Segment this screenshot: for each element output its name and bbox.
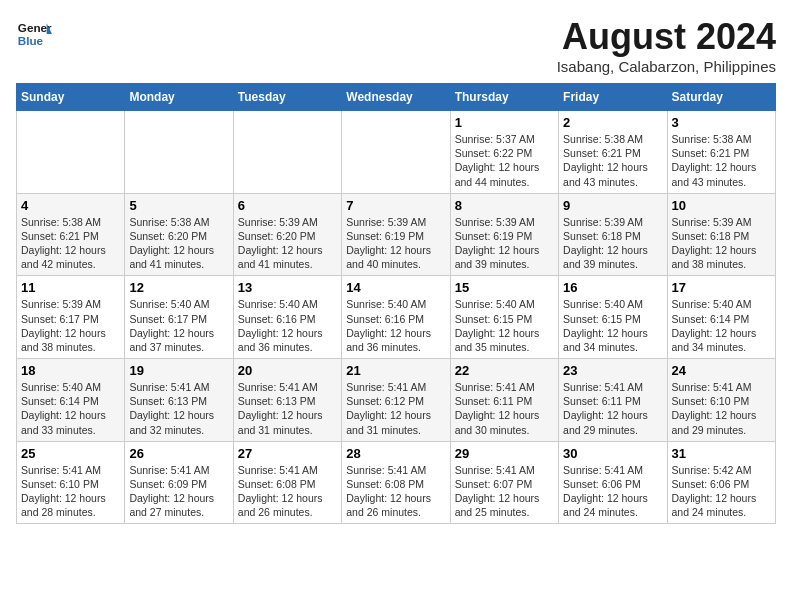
day-info: Sunrise: 5:37 AM Sunset: 6:22 PM Dayligh… [455, 132, 554, 189]
day-info: Sunrise: 5:39 AM Sunset: 6:20 PM Dayligh… [238, 215, 337, 272]
calendar-cell: 11Sunrise: 5:39 AM Sunset: 6:17 PM Dayli… [17, 276, 125, 359]
calendar-cell: 22Sunrise: 5:41 AM Sunset: 6:11 PM Dayli… [450, 359, 558, 442]
calendar-cell: 10Sunrise: 5:39 AM Sunset: 6:18 PM Dayli… [667, 193, 775, 276]
day-number: 4 [21, 198, 120, 213]
day-number: 9 [563, 198, 662, 213]
day-info: Sunrise: 5:39 AM Sunset: 6:18 PM Dayligh… [672, 215, 771, 272]
day-number: 30 [563, 446, 662, 461]
calendar-cell: 26Sunrise: 5:41 AM Sunset: 6:09 PM Dayli… [125, 441, 233, 524]
day-number: 26 [129, 446, 228, 461]
day-number: 17 [672, 280, 771, 295]
calendar-header-tuesday: Tuesday [233, 84, 341, 111]
calendar-cell: 28Sunrise: 5:41 AM Sunset: 6:08 PM Dayli… [342, 441, 450, 524]
calendar-cell: 20Sunrise: 5:41 AM Sunset: 6:13 PM Dayli… [233, 359, 341, 442]
calendar-header-saturday: Saturday [667, 84, 775, 111]
day-number: 27 [238, 446, 337, 461]
calendar-cell: 31Sunrise: 5:42 AM Sunset: 6:06 PM Dayli… [667, 441, 775, 524]
calendar-cell: 21Sunrise: 5:41 AM Sunset: 6:12 PM Dayli… [342, 359, 450, 442]
day-info: Sunrise: 5:41 AM Sunset: 6:10 PM Dayligh… [672, 380, 771, 437]
main-title: August 2024 [557, 16, 776, 58]
calendar-cell: 13Sunrise: 5:40 AM Sunset: 6:16 PM Dayli… [233, 276, 341, 359]
calendar-cell: 14Sunrise: 5:40 AM Sunset: 6:16 PM Dayli… [342, 276, 450, 359]
calendar-cell: 18Sunrise: 5:40 AM Sunset: 6:14 PM Dayli… [17, 359, 125, 442]
calendar-cell: 16Sunrise: 5:40 AM Sunset: 6:15 PM Dayli… [559, 276, 667, 359]
day-info: Sunrise: 5:40 AM Sunset: 6:14 PM Dayligh… [672, 297, 771, 354]
calendar-header-monday: Monday [125, 84, 233, 111]
day-number: 22 [455, 363, 554, 378]
day-info: Sunrise: 5:40 AM Sunset: 6:15 PM Dayligh… [563, 297, 662, 354]
calendar-table: SundayMondayTuesdayWednesdayThursdayFrid… [16, 83, 776, 524]
day-number: 29 [455, 446, 554, 461]
calendar-week-2: 4Sunrise: 5:38 AM Sunset: 6:21 PM Daylig… [17, 193, 776, 276]
day-number: 21 [346, 363, 445, 378]
calendar-week-5: 25Sunrise: 5:41 AM Sunset: 6:10 PM Dayli… [17, 441, 776, 524]
day-number: 2 [563, 115, 662, 130]
day-info: Sunrise: 5:39 AM Sunset: 6:18 PM Dayligh… [563, 215, 662, 272]
day-info: Sunrise: 5:41 AM Sunset: 6:06 PM Dayligh… [563, 463, 662, 520]
day-info: Sunrise: 5:41 AM Sunset: 6:13 PM Dayligh… [129, 380, 228, 437]
day-number: 16 [563, 280, 662, 295]
calendar-cell [125, 111, 233, 194]
calendar-header-wednesday: Wednesday [342, 84, 450, 111]
day-info: Sunrise: 5:41 AM Sunset: 6:11 PM Dayligh… [455, 380, 554, 437]
day-number: 24 [672, 363, 771, 378]
day-number: 7 [346, 198, 445, 213]
calendar-cell: 8Sunrise: 5:39 AM Sunset: 6:19 PM Daylig… [450, 193, 558, 276]
calendar-cell [233, 111, 341, 194]
day-number: 12 [129, 280, 228, 295]
svg-text:Blue: Blue [18, 34, 44, 47]
day-number: 1 [455, 115, 554, 130]
day-number: 31 [672, 446, 771, 461]
calendar-cell: 4Sunrise: 5:38 AM Sunset: 6:21 PM Daylig… [17, 193, 125, 276]
calendar-cell: 24Sunrise: 5:41 AM Sunset: 6:10 PM Dayli… [667, 359, 775, 442]
day-info: Sunrise: 5:42 AM Sunset: 6:06 PM Dayligh… [672, 463, 771, 520]
calendar-cell: 1Sunrise: 5:37 AM Sunset: 6:22 PM Daylig… [450, 111, 558, 194]
calendar-cell: 3Sunrise: 5:38 AM Sunset: 6:21 PM Daylig… [667, 111, 775, 194]
day-info: Sunrise: 5:38 AM Sunset: 6:21 PM Dayligh… [21, 215, 120, 272]
day-info: Sunrise: 5:41 AM Sunset: 6:12 PM Dayligh… [346, 380, 445, 437]
day-info: Sunrise: 5:40 AM Sunset: 6:15 PM Dayligh… [455, 297, 554, 354]
day-number: 11 [21, 280, 120, 295]
logo-icon: General Blue [16, 16, 52, 52]
calendar-cell: 15Sunrise: 5:40 AM Sunset: 6:15 PM Dayli… [450, 276, 558, 359]
calendar-cell: 6Sunrise: 5:39 AM Sunset: 6:20 PM Daylig… [233, 193, 341, 276]
calendar-cell: 2Sunrise: 5:38 AM Sunset: 6:21 PM Daylig… [559, 111, 667, 194]
day-number: 19 [129, 363, 228, 378]
calendar-cell: 5Sunrise: 5:38 AM Sunset: 6:20 PM Daylig… [125, 193, 233, 276]
day-info: Sunrise: 5:40 AM Sunset: 6:14 PM Dayligh… [21, 380, 120, 437]
logo: General Blue [16, 16, 52, 52]
day-info: Sunrise: 5:39 AM Sunset: 6:17 PM Dayligh… [21, 297, 120, 354]
day-info: Sunrise: 5:41 AM Sunset: 6:09 PM Dayligh… [129, 463, 228, 520]
day-info: Sunrise: 5:40 AM Sunset: 6:16 PM Dayligh… [346, 297, 445, 354]
day-info: Sunrise: 5:41 AM Sunset: 6:08 PM Dayligh… [346, 463, 445, 520]
calendar-cell: 12Sunrise: 5:40 AM Sunset: 6:17 PM Dayli… [125, 276, 233, 359]
day-info: Sunrise: 5:38 AM Sunset: 6:21 PM Dayligh… [672, 132, 771, 189]
calendar-cell: 29Sunrise: 5:41 AM Sunset: 6:07 PM Dayli… [450, 441, 558, 524]
calendar-cell: 30Sunrise: 5:41 AM Sunset: 6:06 PM Dayli… [559, 441, 667, 524]
title-section: August 2024 Isabang, Calabarzon, Philipp… [557, 16, 776, 75]
calendar-header-sunday: Sunday [17, 84, 125, 111]
day-number: 5 [129, 198, 228, 213]
subtitle: Isabang, Calabarzon, Philippines [557, 58, 776, 75]
calendar-cell [17, 111, 125, 194]
day-number: 14 [346, 280, 445, 295]
day-number: 10 [672, 198, 771, 213]
day-number: 3 [672, 115, 771, 130]
calendar-header-row: SundayMondayTuesdayWednesdayThursdayFrid… [17, 84, 776, 111]
day-info: Sunrise: 5:41 AM Sunset: 6:07 PM Dayligh… [455, 463, 554, 520]
calendar-cell: 19Sunrise: 5:41 AM Sunset: 6:13 PM Dayli… [125, 359, 233, 442]
day-info: Sunrise: 5:38 AM Sunset: 6:20 PM Dayligh… [129, 215, 228, 272]
day-number: 13 [238, 280, 337, 295]
calendar-week-1: 1Sunrise: 5:37 AM Sunset: 6:22 PM Daylig… [17, 111, 776, 194]
calendar-cell: 7Sunrise: 5:39 AM Sunset: 6:19 PM Daylig… [342, 193, 450, 276]
day-number: 23 [563, 363, 662, 378]
day-number: 25 [21, 446, 120, 461]
calendar-week-3: 11Sunrise: 5:39 AM Sunset: 6:17 PM Dayli… [17, 276, 776, 359]
day-number: 6 [238, 198, 337, 213]
day-info: Sunrise: 5:41 AM Sunset: 6:11 PM Dayligh… [563, 380, 662, 437]
day-number: 18 [21, 363, 120, 378]
day-info: Sunrise: 5:41 AM Sunset: 6:13 PM Dayligh… [238, 380, 337, 437]
page-header: General Blue August 2024 Isabang, Calaba… [16, 16, 776, 75]
calendar-cell: 9Sunrise: 5:39 AM Sunset: 6:18 PM Daylig… [559, 193, 667, 276]
calendar-cell [342, 111, 450, 194]
